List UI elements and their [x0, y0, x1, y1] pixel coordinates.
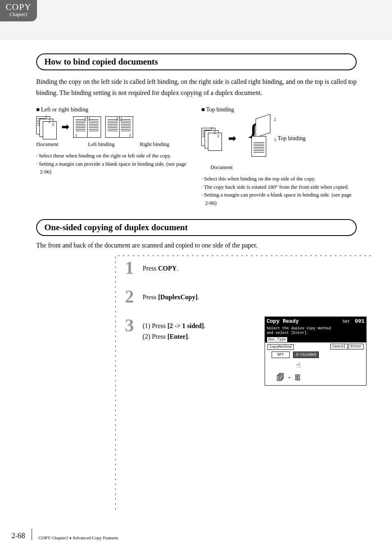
- lcd-panel-label: CopyMethod: [267, 344, 294, 350]
- step-text: (1) Press [2 -> 1 sided]. (2) Press [Ent…: [143, 317, 205, 342]
- top-binding-result-icon: { 2 3: [246, 116, 272, 161]
- section2-intro: The front and back of the document are s…: [36, 242, 357, 249]
- dotted-border-top: [116, 255, 373, 257]
- page-number: 2-68: [12, 532, 25, 540]
- enter-button[interactable]: Enter: [348, 344, 364, 349]
- footer-trail: COPY Chapter2: [39, 535, 68, 540]
- right-binding-book-icon: 3 2 1: [105, 116, 133, 138]
- top-binding-label: Top binding: [278, 135, 306, 142]
- pointing-hand-icon: ☝: [296, 361, 364, 370]
- step-text: Press [DuplexCopy].: [143, 288, 199, 303]
- page-icon: 🗏: [294, 373, 302, 383]
- chapter-corner-tab: COPY Chapter2: [0, 0, 37, 21]
- step-number: 2: [122, 288, 137, 306]
- dotted-border-left: [115, 255, 116, 510]
- left-binding-notes: · Select these when binding on the right…: [36, 152, 191, 176]
- step-number: 3: [122, 317, 137, 335]
- step-1: 1 Press COPY.: [122, 259, 357, 277]
- lcd-title: Copy Ready: [267, 318, 299, 324]
- left-binding-book-icon: 2 3 1: [73, 116, 101, 138]
- top-binding-column: Top binding 1 2 3 ➡ { 2 3: [201, 106, 357, 207]
- section-heading-bind: How to bind copied documents: [36, 53, 357, 70]
- arrow-right-icon: ➡: [288, 375, 291, 380]
- lcd-tab-row: Doc.Type: [265, 336, 366, 342]
- top-binding-notes: · Select this when binding on the top si…: [201, 175, 357, 207]
- left-right-binding-heading: Left or right binding: [36, 106, 191, 113]
- step-2: 2 Press [DuplexCopy].: [122, 288, 357, 306]
- lcd-header: Copy Ready Set 001: [265, 317, 366, 326]
- top-binding-heading: Top binding: [201, 106, 357, 113]
- left-diagram-captions: Document Left binding Right binding: [36, 141, 191, 148]
- document-stack-icon: 1 2 3: [201, 128, 223, 149]
- left-right-binding-diagram: 1 2 3 ➡ 2 3 1 3 2 1: [36, 116, 191, 138]
- document-stack-icon: 1 2 3: [36, 116, 58, 138]
- cancel-button[interactable]: Cancel: [330, 344, 348, 349]
- option-2to1-button[interactable]: 2->1sided: [293, 352, 319, 358]
- option-off-button[interactable]: OFF: [272, 352, 290, 358]
- footer-section: Advanced Copy Features: [72, 535, 118, 540]
- page-footer: 2-68 COPY Chapter2 ● Advanced Copy Featu…: [12, 529, 118, 540]
- chapter-tab-subtitle: Chapter2: [0, 12, 37, 17]
- top-diagram-caption: Document: [201, 164, 357, 171]
- lcd-flow-illustration: 🗐 ➡ 🗏: [277, 373, 364, 383]
- lcd-subtitle: Select the duplex copy method and select…: [265, 326, 366, 336]
- lcd-screen: Copy Ready Set 001 Select the duplex cop…: [265, 317, 367, 386]
- lcd-doctype-tab[interactable]: Doc.Type: [267, 337, 288, 342]
- arrow-right-icon: ➡: [62, 122, 69, 132]
- section-heading-onesided: One-sided copying of duplex document: [36, 219, 357, 236]
- pages-icon: 🗐: [277, 373, 285, 383]
- lcd-set-label: Set: [343, 319, 350, 324]
- steps-zone: 1 Press COPY. 2 Press [DuplexCopy]. 3 (1…: [112, 255, 357, 342]
- arrow-right-icon: ➡: [228, 133, 236, 144]
- step-text: Press COPY.: [143, 259, 178, 274]
- header-band: [0, 0, 392, 40]
- lcd-body: CopyMethod CancelEnter OFF 2->1sided ☝ 🗐…: [265, 342, 366, 384]
- step-number: 1: [122, 259, 137, 277]
- left-right-binding-column: Left or right binding 1 2 3 ➡ 2 3 1: [36, 106, 191, 207]
- top-binding-diagram: 1 2 3 ➡ { 2 3 Top binding: [201, 116, 357, 161]
- chapter-tab-title: COPY: [0, 2, 37, 12]
- lcd-set-value: 001: [355, 318, 364, 324]
- section1-intro: Binding the copy on the left side is cal…: [36, 76, 357, 98]
